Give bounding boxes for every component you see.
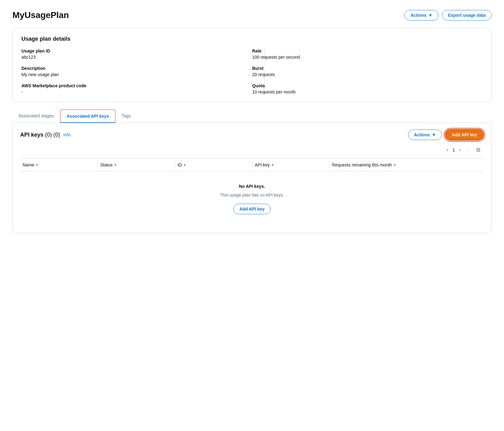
burst-value: 20 requests <box>252 72 483 77</box>
details-card-title: Usage plan details <box>21 36 483 42</box>
api-keys-actions-label: Actions <box>414 132 430 137</box>
api-keys-title-text: API keys <box>20 132 45 138</box>
table-header-status-label: Status <box>100 162 113 167</box>
rate-label: Rate <box>252 48 483 53</box>
table-header-requests-remaining[interactable]: Requests remaining this month ▼ <box>329 161 484 169</box>
table-header-status[interactable]: Status ▼ <box>97 161 175 169</box>
actions-button[interactable]: Actions ▼ <box>404 10 438 20</box>
table-header-requests-label: Requests remaining this month <box>332 162 392 167</box>
table-header-id-label: ID <box>178 162 182 167</box>
api-keys-title: API keys (0) (0) <box>20 132 60 138</box>
description-value: My new usage plan <box>21 72 240 77</box>
marketplace-item: AWS Marketplace product code - <box>21 83 240 94</box>
tab-associated-stages-label: Associated stages <box>19 113 54 118</box>
rate-item: Rate 100 requests per second <box>252 48 483 60</box>
page-header: MyUsagePlan Actions ▼ Export usage data <box>12 10 492 20</box>
usage-plan-id-label: Usage plan ID <box>21 48 240 53</box>
pagination-page: 1 <box>452 147 455 152</box>
table-header-api-key-label: API key <box>255 162 270 167</box>
empty-state-text: This usage plan has no API keys. <box>220 193 284 197</box>
details-card: Usage plan details Usage plan ID abc123 … <box>12 28 492 102</box>
table-header-row: Name ▼ Status ▼ ID ▼ API key ▼ Requests … <box>20 159 484 171</box>
api-keys-actions-button[interactable]: Actions ▼ <box>408 129 442 140</box>
marketplace-label: AWS Marketplace product code <box>21 83 240 88</box>
table-header-name[interactable]: Name ▼ <box>20 161 97 169</box>
description-item: Description My new usage plan <box>21 66 240 77</box>
table-header-name-label: Name <box>23 162 34 167</box>
tab-associated-api-keys[interactable]: Associated API keys <box>60 110 115 123</box>
rate-value: 100 requests per second <box>252 55 483 60</box>
details-left-column: Usage plan ID abc123 Description My new … <box>21 48 252 94</box>
pagination-settings-button[interactable]: ⚙ <box>474 145 483 155</box>
empty-state-title: No API keys. <box>239 184 265 189</box>
tabs-container: Associated stages Associated API keys Ta… <box>12 110 492 123</box>
sort-icon-requests: ▼ <box>393 163 396 167</box>
burst-label: Burst <box>252 66 483 71</box>
export-usage-data-button[interactable]: Export usage data <box>442 10 492 20</box>
export-button-label: Export usage data <box>448 13 486 18</box>
table-header-api-key[interactable]: API key ▼ <box>252 161 329 169</box>
empty-add-api-key-button[interactable]: Add API key <box>233 204 270 214</box>
header-actions: Actions ▼ Export usage data <box>404 10 492 20</box>
tab-tags[interactable]: Tags <box>115 110 137 123</box>
api-keys-card: API keys (0) (0) Info Actions ▼ Add API … <box>12 123 492 233</box>
api-keys-count: (0) <box>45 132 52 138</box>
api-keys-count-value: (0) <box>53 132 60 138</box>
tab-tags-label: Tags <box>122 113 131 118</box>
quota-value: 10 requests per month <box>252 89 483 94</box>
pagination-separator: | <box>466 147 468 152</box>
details-grid: Usage plan ID abc123 Description My new … <box>21 48 483 94</box>
api-keys-actions-group: Actions ▼ Add API key <box>408 129 484 140</box>
description-label: Description <box>21 66 240 71</box>
table-container: Name ▼ Status ▼ ID ▼ API key ▼ Requests … <box>20 158 484 227</box>
chevron-down-icon: ▼ <box>432 132 436 137</box>
pagination-row: ‹ 1 › | ⚙ <box>20 145 484 155</box>
tab-associated-stages[interactable]: Associated stages <box>12 110 60 123</box>
table-header-id[interactable]: ID ▼ <box>175 161 252 169</box>
sort-icon-api-key: ▼ <box>271 163 274 167</box>
add-api-key-label: Add API key <box>452 132 477 137</box>
quota-label: Quota <box>252 83 483 88</box>
info-link[interactable]: Info <box>63 132 70 137</box>
chevron-down-icon: ▼ <box>428 13 433 18</box>
quota-item: Quota 10 requests per month <box>252 83 483 94</box>
sort-icon-name: ▼ <box>35 163 38 167</box>
marketplace-value: - <box>21 89 240 94</box>
details-right-column: Rate 100 requests per second Burst 20 re… <box>252 48 483 94</box>
sort-icon-status: ▼ <box>114 163 117 167</box>
api-keys-title-group: API keys (0) (0) Info <box>20 132 70 138</box>
burst-item: Burst 20 requests <box>252 66 483 77</box>
usage-plan-id-item: Usage plan ID abc123 <box>21 48 240 60</box>
page-title: MyUsagePlan <box>12 10 69 20</box>
pagination-prev-button[interactable]: ‹ <box>445 146 450 154</box>
empty-state: No API keys. This usage plan has no API … <box>20 171 484 227</box>
pagination-next-button[interactable]: › <box>457 146 463 154</box>
api-keys-header: API keys (0) (0) Info Actions ▼ Add API … <box>20 129 484 140</box>
usage-plan-id-value: abc123 <box>21 55 240 60</box>
sort-icon-id: ▼ <box>183 163 186 167</box>
actions-button-label: Actions <box>410 13 426 18</box>
add-api-key-button[interactable]: Add API key <box>445 129 484 140</box>
tab-associated-api-keys-label: Associated API keys <box>67 114 109 119</box>
empty-add-api-key-label: Add API key <box>239 206 264 211</box>
